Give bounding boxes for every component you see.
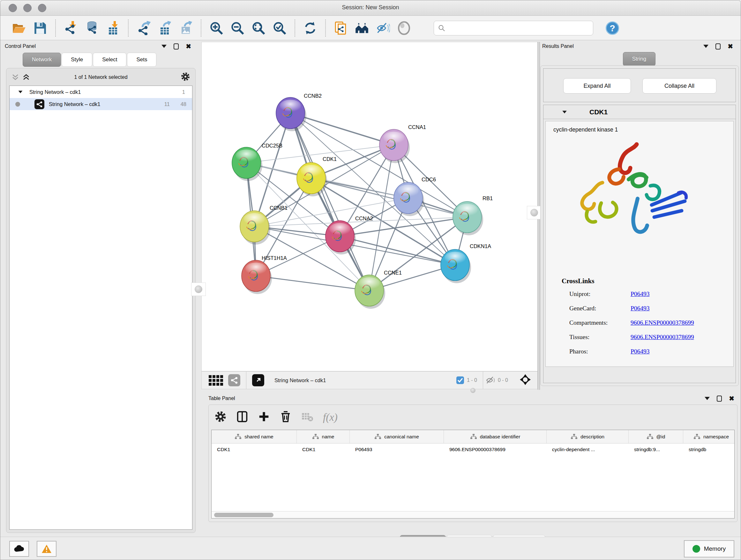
float-panel-icon[interactable] [717,395,722,401]
tab-style[interactable]: Style [62,53,92,67]
zoom-selected-icon[interactable] [271,20,288,37]
crosslink-link[interactable]: P06493 [630,291,650,297]
node-CCNE1[interactable] [355,275,385,309]
cell-canonical-name[interactable]: P06493 [350,443,444,455]
clone-network-icon[interactable] [333,20,349,37]
warning-icon[interactable] [37,541,57,557]
protein-structure-image [565,138,699,266]
table-panel-grab-handle[interactable] [468,388,478,393]
control-panel-grab-handle[interactable] [191,283,206,296]
open-session-icon[interactable] [11,20,27,37]
cell-description[interactable]: cyclin-dependent ... [547,443,629,455]
close-panel-icon[interactable]: ✖ [729,395,734,401]
panel-menu-icon[interactable] [703,45,709,48]
node-label-CCNE1: CCNE1 [384,270,402,275]
close-panel-icon[interactable]: ✖ [186,43,191,50]
cloud-icon[interactable] [9,541,29,557]
node-HIST1H1A[interactable] [242,260,272,294]
network-row[interactable]: String Network – cdk1 11 48 [10,98,192,110]
edge-count: 48 [181,101,186,107]
panel-menu-icon[interactable] [161,45,166,48]
gear-icon[interactable] [181,72,190,83]
network-collection-row[interactable]: String Network – cdk1 1 [10,86,192,98]
node-CDK1[interactable] [297,163,327,196]
scrollbar-thumb[interactable] [214,513,273,517]
node-CDC6[interactable] [394,182,424,216]
selected-checkbox-icon[interactable] [456,376,464,384]
import-network-database-icon[interactable] [84,20,100,37]
gene-entry-header[interactable]: CDK1 [543,105,736,119]
memory-label: Memory [704,545,726,552]
crosslink-link[interactable]: P06493 [630,305,650,312]
node-CCNA1[interactable] [380,129,410,163]
column-header-database-identifier[interactable]: database identifier [444,430,547,443]
show-columns-icon[interactable] [236,411,248,424]
close-panel-icon[interactable]: ✖ [728,43,733,50]
expand-all-button[interactable]: Expand All [563,78,631,94]
cell-database-identifier[interactable]: 9606.ENSP00000378699 [444,443,547,455]
column-header--id[interactable]: @id [629,430,683,443]
zoom-in-icon[interactable] [208,20,225,37]
panel-menu-icon[interactable] [704,397,710,400]
show-all-icon[interactable] [396,20,412,37]
cell-name[interactable]: CDK1 [297,443,350,455]
node-label-CCNB2: CCNB2 [304,93,322,99]
crosslink-label: Compartments: [569,319,630,326]
crosslink-link[interactable]: 9606.ENSP00000378699 [630,334,694,340]
zoom-fit-icon[interactable] [250,20,267,37]
hide-selected-icon[interactable] [375,20,391,37]
add-column-icon[interactable] [258,411,270,424]
column-header-shared-name[interactable]: shared name [212,430,297,443]
tab-network[interactable]: Network [23,53,61,67]
tab-select[interactable]: Select [93,53,126,67]
crosslink-link[interactable]: P06493 [630,348,650,355]
float-panel-icon[interactable] [716,44,721,50]
help-icon[interactable]: ? [604,20,621,37]
memory-button[interactable]: Memory [684,540,734,557]
edge-CCNB2-CCNE1[interactable] [290,113,369,291]
horizontal-scrollbar[interactable] [212,511,734,518]
results-panel-grab-handle[interactable] [527,206,542,219]
network-canvas[interactable]: CCNB2CCNA1CDC25BCDK1CDC6RB1CCNB1CCNA2CDK… [201,42,538,371]
zoom-out-icon[interactable] [229,20,246,37]
search-input[interactable] [446,25,583,31]
float-panel-icon[interactable] [174,44,179,50]
open-in-window-icon[interactable] [252,374,264,386]
fit-selected-crosshair-icon[interactable] [520,374,531,387]
export-image-icon[interactable] [178,20,194,37]
svg-text:?: ? [610,23,615,33]
cell-namespace[interactable]: stringdb [683,443,735,455]
search-box[interactable] [434,21,593,36]
cell--id[interactable]: stringdb:9... [629,443,683,455]
tab-string[interactable]: String [623,52,656,66]
cell-shared-name[interactable]: CDK1 [212,443,297,455]
export-table-icon[interactable] [156,20,173,37]
string-badge-icon[interactable] [228,374,240,386]
crosslink-row: Tissues:9606.ENSP00000378699 [569,334,694,341]
column-header-name[interactable]: name [297,430,350,443]
import-table-file-icon[interactable] [105,20,121,37]
birds-eye-view-icon[interactable] [209,375,223,386]
collection-expand-icon[interactable] [18,91,23,93]
string-home-icon[interactable] [354,20,370,37]
table-settings-gear-icon[interactable] [214,411,226,424]
tab-sets[interactable]: Sets [127,53,156,67]
node-CCNB2[interactable] [276,98,307,131]
node-RB1[interactable] [453,201,483,235]
import-network-file-icon[interactable] [63,20,79,37]
export-network-icon[interactable] [135,20,152,37]
node-label-CDC25B: CDC25B [262,143,282,148]
edge-HIST1H1A-CCNE1[interactable] [256,276,369,291]
save-session-icon[interactable] [32,20,49,37]
entry-collapse-icon[interactable] [562,111,567,113]
crosslink-link[interactable]: 9606.ENSP00000378699 [630,319,694,326]
column-header-description[interactable]: description [547,430,629,443]
column-header-canonical-name[interactable]: canonical name [350,430,444,443]
node-CDKN1A[interactable] [441,249,471,283]
refresh-icon[interactable] [302,20,319,37]
node-CDC25B[interactable] [232,147,262,181]
delete-trash-icon[interactable] [280,411,292,424]
hidden-eye-slash-icon[interactable] [486,376,495,384]
column-header-namespace[interactable]: namespace [683,430,735,443]
collapse-all-button[interactable]: Collapse All [643,78,717,94]
